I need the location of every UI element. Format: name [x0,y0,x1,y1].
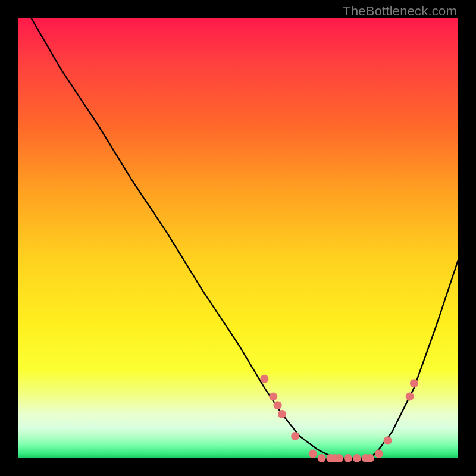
marker-dot [260,375,268,383]
plot-area [18,18,458,458]
marker-dot [410,379,418,387]
chart-frame: TheBottleneck.com [0,0,476,476]
marker-dot [375,450,383,458]
watermark-text: TheBottleneck.com [343,4,457,19]
marker-dot [274,401,282,409]
marker-dot [384,436,392,444]
marker-dot [335,454,343,462]
marker-dot [278,410,286,418]
marker-dot [344,454,352,462]
marker-dot [353,454,361,462]
marker-dot [406,392,414,400]
marker-dots [260,375,418,462]
marker-dot [366,454,374,462]
marker-dot [269,392,277,400]
marker-dot [309,450,317,458]
marker-dot [318,454,326,462]
marker-dot [291,432,299,440]
bottleneck-curve [31,18,458,458]
chart-svg [18,18,458,458]
